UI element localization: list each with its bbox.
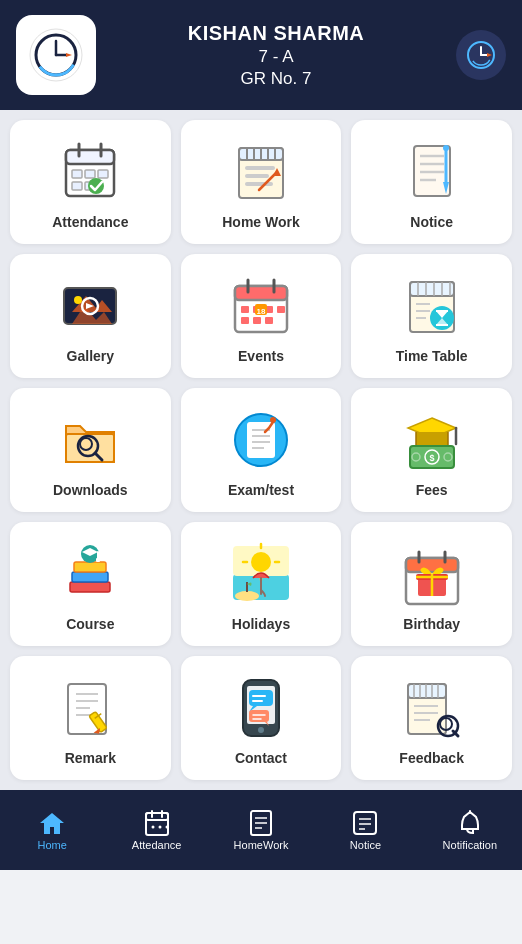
grid-item-contact[interactable]: Contact (181, 656, 342, 780)
homework-label: Home Work (222, 214, 300, 230)
svg-point-154 (158, 826, 161, 829)
user-name: KISHAN SHARMA (188, 22, 365, 45)
header: KISHAN SHARMA 7 - A GR No. 7 (0, 0, 522, 110)
svg-rect-56 (253, 317, 261, 324)
nav-attendance-icon (143, 809, 171, 837)
svg-point-153 (151, 826, 154, 829)
svg-rect-133 (249, 710, 269, 722)
grid-item-notice[interactable]: Notice (351, 120, 512, 244)
grid-item-gallery[interactable]: Gallery (10, 254, 171, 378)
nav-item-attedance[interactable]: Attedance (104, 809, 208, 851)
header-right-icon[interactable] (456, 30, 506, 80)
svg-rect-18 (72, 182, 82, 190)
grid-item-downloads[interactable]: Downloads (10, 388, 171, 512)
grid-item-course[interactable]: Course (10, 522, 171, 646)
svg-rect-55 (241, 317, 249, 324)
nav-item-home[interactable]: Home (0, 809, 104, 851)
nav-item-notice[interactable]: Notice (313, 809, 417, 851)
gallery-icon (56, 272, 124, 340)
svg-point-43 (74, 296, 82, 304)
svg-point-108 (235, 591, 259, 601)
events-label: Events (238, 348, 284, 364)
svg-point-155 (165, 826, 168, 829)
svg-rect-29 (245, 174, 269, 178)
holidays-icon (227, 540, 295, 608)
svg-point-102 (251, 552, 271, 572)
birthday-label: Birthday (403, 616, 460, 632)
homework-icon (227, 138, 295, 206)
svg-rect-16 (85, 170, 95, 178)
grid-item-examtest[interactable]: Exam/test (181, 388, 342, 512)
grid-item-feedback[interactable]: Feedback (351, 656, 512, 780)
fees-label: Fees (416, 482, 448, 498)
svg-rect-28 (245, 166, 275, 170)
user-class: 7 - A (188, 47, 365, 67)
nav-home-label: Home (38, 839, 67, 851)
course-icon (56, 540, 124, 608)
app-logo (16, 15, 96, 95)
nav-notice-label: Notice (350, 839, 381, 851)
nav-homework-icon (247, 809, 275, 837)
downloads-icon (56, 406, 124, 474)
nav-notice-icon (351, 809, 379, 837)
grid-item-attendance[interactable]: Attendance (10, 120, 171, 244)
svg-rect-93 (70, 582, 110, 592)
user-info: KISHAN SHARMA 7 - A GR No. 7 (188, 22, 365, 89)
svg-rect-111 (406, 558, 458, 572)
svg-marker-150 (40, 813, 64, 834)
course-label: Course (66, 616, 114, 632)
grid-item-holidays[interactable]: Holidays (181, 522, 342, 646)
remark-label: Remark (65, 750, 116, 766)
contact-icon (227, 674, 295, 742)
svg-point-39 (443, 145, 449, 151)
grid-item-remark[interactable]: Remark (10, 656, 171, 780)
menu-grid: Attendance Home Work (0, 110, 522, 790)
nav-homework-label: HomeWork (234, 839, 289, 851)
svg-marker-10 (487, 53, 492, 57)
examtest-label: Exam/test (228, 482, 294, 498)
downloads-label: Downloads (53, 482, 128, 498)
notice-icon (398, 138, 466, 206)
svg-rect-61 (410, 282, 454, 296)
svg-rect-152 (146, 813, 168, 820)
nav-item-notification[interactable]: Notification (418, 809, 522, 851)
svg-text:18: 18 (257, 307, 266, 316)
grid-item-timetable[interactable]: Time Table (351, 254, 512, 378)
user-gr: GR No. 7 (188, 69, 365, 89)
remark-icon (56, 674, 124, 742)
home-icon (38, 809, 66, 837)
svg-rect-54 (277, 306, 285, 313)
svg-rect-95 (74, 562, 106, 572)
attendance-label: Attendance (52, 214, 128, 230)
feedback-icon (398, 674, 466, 742)
examtest-icon (227, 406, 295, 474)
attendance-icon (56, 138, 124, 206)
nav-item-homework[interactable]: HomeWork (209, 809, 313, 851)
holidays-label: Holidays (232, 616, 290, 632)
grid-item-events[interactable]: 18 Events (181, 254, 342, 378)
svg-rect-99 (96, 558, 100, 562)
svg-point-128 (258, 727, 264, 733)
timetable-label: Time Table (396, 348, 468, 364)
svg-rect-30 (245, 182, 273, 186)
svg-text:$: $ (429, 453, 434, 463)
svg-rect-12 (66, 150, 114, 164)
birthday-icon (398, 540, 466, 608)
contact-label: Contact (235, 750, 287, 766)
bottom-navigation: Home Attedance HomeWork (0, 790, 522, 870)
timetable-icon (398, 272, 466, 340)
fees-icon: $ (398, 406, 466, 474)
nav-attedance-label: Attedance (132, 839, 182, 851)
gallery-label: Gallery (67, 348, 114, 364)
grid-item-homework[interactable]: Home Work (181, 120, 342, 244)
grid-item-fees[interactable]: $ Fees (351, 388, 512, 512)
svg-point-85 (270, 417, 276, 423)
feedback-label: Feedback (399, 750, 464, 766)
nav-bell-icon (456, 809, 484, 837)
svg-rect-57 (265, 317, 273, 324)
grid-item-birthday[interactable]: Birthday (351, 522, 512, 646)
svg-rect-15 (72, 170, 82, 178)
notice-label: Notice (410, 214, 453, 230)
svg-rect-51 (241, 306, 249, 313)
svg-rect-17 (98, 170, 108, 178)
